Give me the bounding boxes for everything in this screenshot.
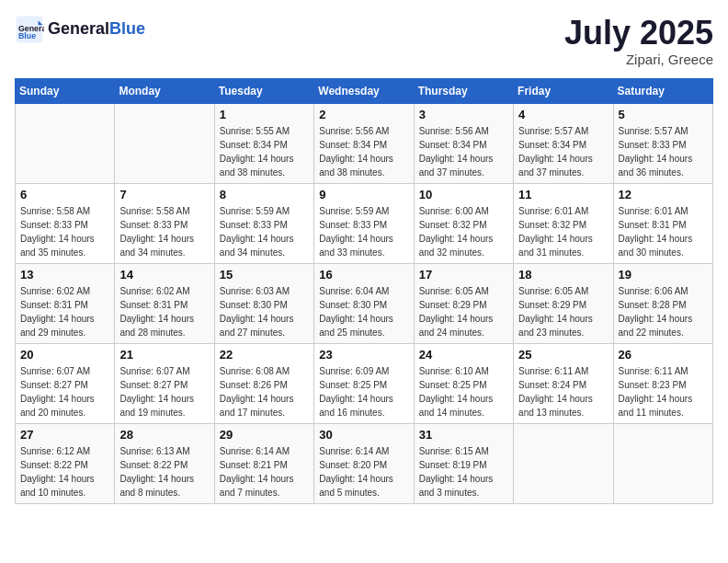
calendar-week-row: 27Sunrise: 6:12 AMSunset: 8:22 PMDayligh…	[16, 423, 713, 503]
calendar-cell: 11Sunrise: 6:01 AMSunset: 8:32 PMDayligh…	[514, 183, 613, 263]
calendar-cell: 27Sunrise: 6:12 AMSunset: 8:22 PMDayligh…	[16, 423, 115, 503]
calendar-cell: 26Sunrise: 6:11 AMSunset: 8:23 PMDayligh…	[613, 343, 712, 423]
weekday-header: Thursday	[414, 78, 513, 103]
day-detail: Sunrise: 6:10 AMSunset: 8:25 PMDaylight:…	[419, 364, 508, 419]
month-year: July 2025	[564, 15, 713, 52]
day-detail: Sunrise: 6:07 AMSunset: 8:27 PMDaylight:…	[119, 364, 209, 419]
calendar-cell: 28Sunrise: 6:13 AMSunset: 8:22 PMDayligh…	[115, 423, 214, 503]
day-detail: Sunrise: 6:00 AMSunset: 8:32 PMDaylight:…	[419, 204, 508, 259]
day-detail: Sunrise: 6:01 AMSunset: 8:31 PMDaylight:…	[619, 204, 708, 259]
weekday-header: Friday	[514, 78, 613, 103]
day-detail: Sunrise: 5:56 AMSunset: 8:34 PMDaylight:…	[319, 124, 408, 179]
weekday-header: Sunday	[16, 78, 115, 103]
calendar-cell	[115, 103, 214, 183]
calendar-cell: 22Sunrise: 6:08 AMSunset: 8:26 PMDayligh…	[214, 343, 313, 423]
calendar-cell: 19Sunrise: 6:06 AMSunset: 8:28 PMDayligh…	[613, 263, 712, 343]
day-detail: Sunrise: 5:55 AMSunset: 8:34 PMDaylight:…	[220, 124, 309, 179]
location: Zipari, Greece	[564, 52, 713, 67]
calendar-week-row: 20Sunrise: 6:07 AMSunset: 8:27 PMDayligh…	[16, 343, 713, 423]
day-detail: Sunrise: 5:59 AMSunset: 8:33 PMDaylight:…	[220, 204, 309, 259]
calendar-cell: 13Sunrise: 6:02 AMSunset: 8:31 PMDayligh…	[16, 263, 115, 343]
weekday-header-row: SundayMondayTuesdayWednesdayThursdayFrid…	[16, 78, 713, 103]
day-number: 12	[619, 188, 708, 201]
day-number: 27	[20, 428, 109, 442]
calendar-week-row: 6Sunrise: 5:58 AMSunset: 8:33 PMDaylight…	[16, 183, 713, 263]
day-number: 31	[419, 428, 508, 442]
calendar-cell: 6Sunrise: 5:58 AMSunset: 8:33 PMDaylight…	[16, 183, 115, 263]
day-number: 3	[419, 108, 508, 121]
day-detail: Sunrise: 6:03 AMSunset: 8:30 PMDaylight:…	[220, 284, 309, 339]
day-detail: Sunrise: 6:08 AMSunset: 8:26 PMDaylight:…	[220, 364, 309, 419]
day-detail: Sunrise: 5:56 AMSunset: 8:34 PMDaylight:…	[419, 124, 508, 179]
day-detail: Sunrise: 6:05 AMSunset: 8:29 PMDaylight:…	[518, 284, 608, 339]
day-detail: Sunrise: 5:58 AMSunset: 8:33 PMDaylight:…	[20, 204, 109, 259]
page-header: General Blue GeneralBlue July 2025 Zipar…	[15, 15, 713, 67]
calendar-table: SundayMondayTuesdayWednesdayThursdayFrid…	[15, 78, 713, 504]
day-number: 20	[20, 348, 109, 362]
calendar-cell: 5Sunrise: 5:57 AMSunset: 8:33 PMDaylight…	[613, 103, 712, 183]
calendar-week-row: 1Sunrise: 5:55 AMSunset: 8:34 PMDaylight…	[16, 103, 713, 183]
calendar-cell: 25Sunrise: 6:11 AMSunset: 8:24 PMDayligh…	[514, 343, 613, 423]
day-detail: Sunrise: 6:06 AMSunset: 8:28 PMDaylight:…	[619, 284, 708, 339]
day-detail: Sunrise: 5:58 AMSunset: 8:33 PMDaylight:…	[119, 204, 209, 259]
day-detail: Sunrise: 6:14 AMSunset: 8:21 PMDaylight:…	[220, 444, 309, 500]
day-detail: Sunrise: 5:57 AMSunset: 8:33 PMDaylight:…	[619, 124, 708, 179]
title-block: July 2025 Zipari, Greece	[564, 15, 713, 67]
day-number: 24	[419, 348, 508, 362]
calendar-cell: 30Sunrise: 6:14 AMSunset: 8:20 PMDayligh…	[314, 423, 414, 503]
calendar-cell: 10Sunrise: 6:00 AMSunset: 8:32 PMDayligh…	[414, 183, 513, 263]
day-detail: Sunrise: 6:12 AMSunset: 8:22 PMDaylight:…	[20, 444, 109, 500]
day-detail: Sunrise: 5:59 AMSunset: 8:33 PMDaylight:…	[319, 204, 408, 259]
calendar-week-row: 13Sunrise: 6:02 AMSunset: 8:31 PMDayligh…	[16, 263, 713, 343]
day-number: 8	[220, 188, 309, 201]
svg-text:Blue: Blue	[18, 31, 36, 40]
day-detail: Sunrise: 6:13 AMSunset: 8:22 PMDaylight:…	[119, 444, 209, 500]
weekday-header: Saturday	[613, 78, 712, 103]
day-detail: Sunrise: 6:04 AMSunset: 8:30 PMDaylight:…	[319, 284, 408, 339]
day-number: 22	[220, 348, 309, 362]
day-detail: Sunrise: 6:14 AMSunset: 8:20 PMDaylight:…	[319, 444, 408, 500]
logo: General Blue GeneralBlue	[15, 15, 145, 44]
day-number: 7	[119, 188, 209, 201]
day-detail: Sunrise: 6:11 AMSunset: 8:23 PMDaylight:…	[619, 364, 708, 419]
calendar-cell: 4Sunrise: 5:57 AMSunset: 8:34 PMDaylight…	[514, 103, 613, 183]
day-number: 19	[619, 268, 708, 282]
calendar-cell	[613, 423, 712, 503]
day-number: 2	[319, 108, 408, 121]
weekday-header: Tuesday	[214, 78, 313, 103]
day-number: 26	[619, 348, 708, 362]
weekday-header: Monday	[115, 78, 214, 103]
day-number: 11	[518, 188, 608, 201]
calendar-cell: 29Sunrise: 6:14 AMSunset: 8:21 PMDayligh…	[214, 423, 313, 503]
day-number: 21	[119, 348, 209, 362]
day-number: 9	[319, 188, 408, 201]
calendar-cell: 14Sunrise: 6:02 AMSunset: 8:31 PMDayligh…	[115, 263, 214, 343]
logo-general: General	[48, 19, 109, 38]
logo-icon: General Blue	[15, 15, 44, 44]
calendar-cell: 9Sunrise: 5:59 AMSunset: 8:33 PMDaylight…	[314, 183, 414, 263]
day-number: 23	[319, 348, 408, 362]
day-number: 6	[20, 188, 109, 201]
day-number: 17	[419, 268, 508, 282]
calendar-cell: 15Sunrise: 6:03 AMSunset: 8:30 PMDayligh…	[214, 263, 313, 343]
calendar-cell: 3Sunrise: 5:56 AMSunset: 8:34 PMDaylight…	[414, 103, 513, 183]
calendar-cell: 2Sunrise: 5:56 AMSunset: 8:34 PMDaylight…	[314, 103, 414, 183]
day-number: 1	[220, 108, 309, 121]
day-detail: Sunrise: 6:15 AMSunset: 8:19 PMDaylight:…	[419, 444, 508, 500]
day-number: 28	[119, 428, 209, 442]
day-detail: Sunrise: 6:02 AMSunset: 8:31 PMDaylight:…	[20, 284, 109, 339]
day-detail: Sunrise: 5:57 AMSunset: 8:34 PMDaylight:…	[518, 124, 608, 179]
calendar-cell: 20Sunrise: 6:07 AMSunset: 8:27 PMDayligh…	[16, 343, 115, 423]
calendar-cell: 31Sunrise: 6:15 AMSunset: 8:19 PMDayligh…	[414, 423, 513, 503]
logo-blue: Blue	[109, 19, 145, 38]
day-detail: Sunrise: 6:11 AMSunset: 8:24 PMDaylight:…	[518, 364, 608, 419]
calendar-cell: 12Sunrise: 6:01 AMSunset: 8:31 PMDayligh…	[613, 183, 712, 263]
day-detail: Sunrise: 6:01 AMSunset: 8:32 PMDaylight:…	[518, 204, 608, 259]
calendar-cell: 24Sunrise: 6:10 AMSunset: 8:25 PMDayligh…	[414, 343, 513, 423]
calendar-cell	[16, 103, 115, 183]
day-number: 10	[419, 188, 508, 201]
day-number: 15	[220, 268, 309, 282]
day-number: 5	[619, 108, 708, 121]
calendar-cell: 1Sunrise: 5:55 AMSunset: 8:34 PMDaylight…	[214, 103, 313, 183]
day-detail: Sunrise: 6:02 AMSunset: 8:31 PMDaylight:…	[119, 284, 209, 339]
